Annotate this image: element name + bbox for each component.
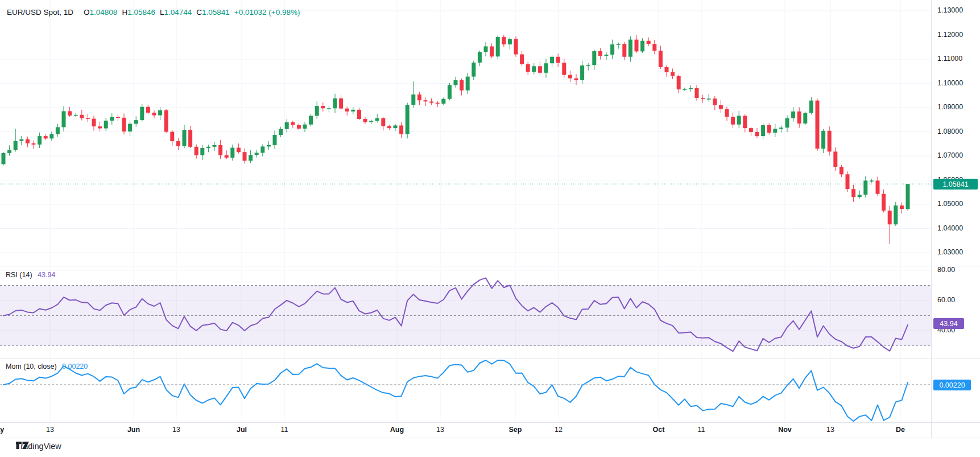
candle-body [689,88,693,89]
candle-body [803,113,807,123]
candle-body [520,55,524,64]
candle-body [321,106,325,108]
candle-body [749,128,753,132]
candle-body [713,98,717,105]
candle-body [725,109,729,117]
candle-body [255,153,259,155]
candle-body [622,44,626,57]
candle-body [436,103,440,104]
candle-body [840,167,843,174]
candle-body [273,135,277,145]
candle-body [62,111,66,127]
candle-body [357,110,361,119]
candle-body [719,105,723,109]
candle-body [183,130,187,146]
candle-body [399,125,403,134]
candle-body [26,139,30,143]
candle-body [80,115,84,118]
candle-body [424,100,428,101]
candle-body [406,105,410,134]
candle-body [791,112,795,118]
candle-body [816,101,820,149]
candle-body [544,63,548,73]
candle-body [677,76,681,89]
candle-body [2,153,6,164]
candle-body [665,67,669,72]
candle-body [785,118,789,128]
candle-body [200,148,204,155]
candle-body [303,125,307,129]
candle-body [116,117,120,118]
candle-body [888,211,892,224]
candle-body [218,145,222,155]
candle-body [309,116,313,124]
candle-body [502,37,506,44]
candle-body [134,120,138,123]
candle-body [863,180,867,195]
candle-body [206,147,210,148]
candle-body [49,134,53,139]
candle-body [7,150,11,153]
candle-body [671,72,675,76]
candle-body [882,194,886,211]
candle-body [363,119,367,122]
candle-body [562,63,566,75]
chart-canvas[interactable] [0,0,980,457]
candle-body [267,145,271,147]
momentum-line [3,360,908,421]
candle-body [640,41,644,52]
candle-body [894,205,898,224]
candle-body [56,127,60,134]
candle-body [460,80,464,90]
candle-body [466,77,470,90]
candle-body [170,132,174,142]
candle-body [900,205,904,209]
candle-body [846,174,850,189]
candle-body [876,180,880,193]
candle-body [122,118,126,131]
candle-body [339,98,343,109]
candle-body [158,110,162,116]
candle-body [586,65,590,66]
candle-body [110,117,114,121]
candle-body [44,136,48,138]
candle-body [86,118,90,120]
candle-body [617,44,621,45]
candle-body [484,46,488,52]
candle-body [574,79,578,80]
candle-body [755,132,759,136]
candle-body [659,51,663,67]
candle-body [176,141,180,146]
candle-body [417,94,421,100]
candle-body [628,40,632,57]
candle-body [315,106,319,116]
candle-body [605,55,609,56]
candle-body [454,80,458,85]
candle-body [828,131,832,152]
candle-body [761,125,765,136]
candle-body [38,136,42,145]
candle-body [369,121,373,122]
time-scale-drag-area[interactable] [0,422,931,438]
candle-body [237,148,241,153]
candle-body [707,98,711,100]
candle-body [779,127,783,129]
candle-body [508,39,512,44]
candle-body [152,113,156,116]
candle-body [243,152,247,160]
price-scale-drag-area[interactable] [931,0,980,422]
candle-body [225,155,229,158]
candle-body [833,151,837,167]
candle-body [230,148,234,158]
candle-body [737,116,741,124]
candle-body [767,125,771,133]
candle-body [411,94,415,105]
candle-body [74,115,78,116]
candle-body [394,125,398,128]
candle-body [146,107,150,113]
candle-body [19,139,23,141]
candle-body [128,123,132,131]
candle-body [188,130,192,147]
candle-body [773,129,777,133]
candle-body [333,98,337,108]
